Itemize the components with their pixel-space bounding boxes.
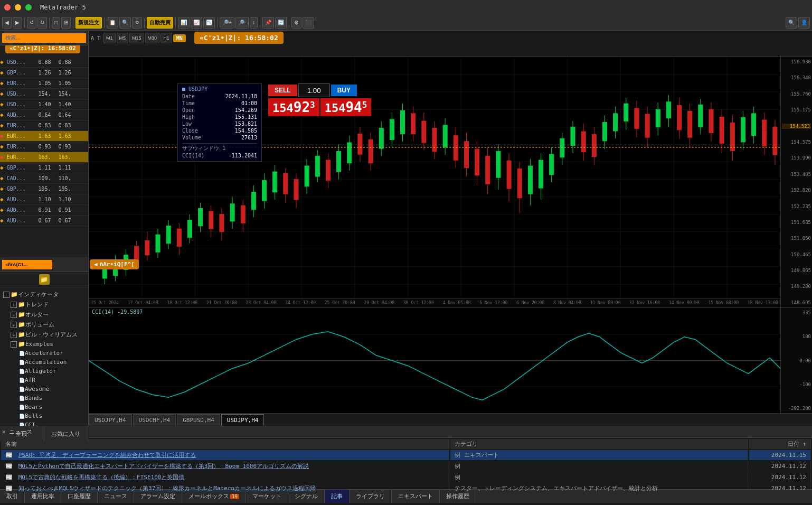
lot-size-input[interactable] bbox=[298, 83, 330, 97]
tree-item-alligator[interactable]: 📄 Alligator bbox=[2, 367, 86, 376]
symbol-name: USD... bbox=[5, 59, 31, 65]
stab-signal[interactable]: シグナル bbox=[288, 490, 325, 503]
maximize-button[interactable] bbox=[25, 4, 32, 11]
tab-gbpusd-h4[interactable]: GBPUSD,H4 bbox=[177, 414, 220, 426]
list-item[interactable]: ◆ AUD... 0.91 0.91 bbox=[0, 205, 88, 216]
toolbar-rotate[interactable]: 🔄 bbox=[275, 17, 287, 29]
stab-market[interactable]: マーケット bbox=[246, 490, 288, 503]
new-order-button[interactable]: 新規注文 bbox=[75, 17, 102, 29]
list-item[interactable]: ◆ GBP... 1.26 1.26 bbox=[0, 68, 88, 78]
toolbar-grid[interactable]: ⊞ bbox=[61, 17, 71, 29]
buy-button[interactable]: BUY bbox=[331, 85, 357, 96]
tab-usdchf-h4[interactable]: USDCHF,H4 bbox=[133, 414, 176, 426]
toolbar-theme[interactable]: ⬛ bbox=[303, 17, 314, 29]
list-item[interactable]: ◆ EUR... 163. 163. bbox=[0, 152, 88, 163]
tab-usdjpy-h4-1[interactable]: USDJPY,H4 bbox=[89, 414, 132, 426]
chart-btn-m5[interactable]: M5 bbox=[117, 33, 129, 43]
news-title-text[interactable]: MQL5で古典的な戦略を再構築する（後編）：FTSE100と英国債 bbox=[18, 474, 185, 481]
toolbar-up[interactable]: 📈 bbox=[191, 17, 202, 29]
svg-rect-122 bbox=[613, 114, 618, 131]
list-item[interactable]: ◆ USD... 154. 154. bbox=[0, 89, 88, 99]
toolbar-config[interactable]: ⚙ bbox=[291, 17, 301, 29]
market-watch-search[interactable] bbox=[2, 33, 86, 43]
tree-item-volume[interactable]: + 📁 ボリューム bbox=[2, 320, 86, 330]
buy-price-small: 94 bbox=[345, 99, 362, 115]
toolbar-down[interactable]: 📉 bbox=[203, 17, 215, 29]
time-label: 15 Oct 2024 bbox=[91, 301, 119, 305]
cci-sub-chart[interactable]: CCI(14) -29.5807 335 100 bbox=[89, 307, 812, 413]
list-item[interactable]: ◆ AUD... 1.10 1.10 bbox=[0, 194, 88, 205]
toolbar-search2[interactable]: 🔍 bbox=[786, 17, 797, 29]
tree-item-bands[interactable]: 📄 Bands bbox=[2, 394, 86, 403]
list-item[interactable]: ◆ EUR... 0.83 0.83 bbox=[0, 120, 88, 131]
folder-icon: 📁 bbox=[18, 341, 25, 348]
toolbar-user[interactable]: 👤 bbox=[798, 17, 810, 29]
stab-account-history[interactable]: 口座履歴 bbox=[61, 490, 98, 503]
stab-news[interactable]: ニュース bbox=[98, 490, 134, 503]
navigator-search[interactable] bbox=[2, 260, 52, 269]
chart-btn-h1[interactable]: H1 bbox=[160, 33, 172, 43]
list-item[interactable]: ◆ GBP... 1.11 1.11 bbox=[0, 163, 88, 173]
minimize-button[interactable] bbox=[15, 4, 21, 11]
tree-item-atr[interactable]: 📄 ATR bbox=[2, 376, 86, 385]
tree-item-accelerator[interactable]: 📄 Accelerator bbox=[2, 349, 86, 358]
tree-item-williams[interactable]: + 📁 ビル・ウィリアムス bbox=[2, 330, 86, 340]
sell-button[interactable]: SELL bbox=[268, 85, 297, 96]
stab-library[interactable]: ライブラリ bbox=[350, 490, 392, 503]
toolbar-copy[interactable]: 📋 bbox=[107, 17, 118, 29]
auto-trade-button[interactable]: 自動売買 bbox=[147, 17, 173, 29]
table-row[interactable]: 📰 MQL5とPythonで自己最適化エキスパートアドバイザーを構築する（第3回… bbox=[1, 461, 811, 471]
toolbar-pin[interactable]: 📌 bbox=[262, 17, 274, 29]
tree-item-bears[interactable]: 📄 Bears bbox=[2, 403, 86, 412]
news-title-cell[interactable]: 📰 PSAR: 平均足、ディープラーニングを組み合わせて取引に活用する bbox=[1, 450, 449, 460]
stab-mailbox[interactable]: メールボックス 19 bbox=[182, 490, 246, 503]
list-item[interactable]: ◆ AUD... 0.64 0.64 bbox=[0, 110, 88, 120]
toolbar-stop[interactable]: ↻ bbox=[37, 17, 47, 29]
list-item[interactable]: ◆ USD... 0.88 0.88 bbox=[0, 57, 88, 68]
toolbar-chart2[interactable]: 📊 bbox=[178, 17, 190, 29]
toolbar-zoom-in[interactable]: 🔎+ bbox=[220, 17, 234, 29]
tree-item-examples[interactable]: - 📁 Examples bbox=[2, 340, 86, 349]
list-item[interactable]: ◆ EUR... 1.05 1.05 bbox=[0, 78, 88, 89]
toolbar-back[interactable]: ◀ bbox=[2, 17, 12, 29]
news-title-text[interactable]: MQL5とPythonで自己最適化エキスパートアドバイザーを構築する（第3回）：… bbox=[18, 463, 309, 470]
list-item[interactable]: ◆ EUR... 0.93 0.93 bbox=[0, 142, 88, 152]
stab-article[interactable]: 記事 bbox=[325, 490, 350, 503]
list-item[interactable]: ◆ GBP... 195. 195. bbox=[0, 184, 88, 194]
chart-btn-m15[interactable]: M15 bbox=[129, 33, 144, 43]
tree-root-indicators[interactable]: - 📁 インディケータ bbox=[2, 289, 86, 300]
news-title-cell[interactable]: 📰 MQL5で古典的な戦略を再構築する（後編）：FTSE100と英国債 bbox=[1, 472, 449, 482]
toolbar-chart[interactable]: □ bbox=[52, 17, 60, 29]
news-title-cell[interactable]: 📰 MQL5とPythonで自己最適化エキスパートアドバイザーを構築する（第3回… bbox=[1, 461, 449, 471]
tree-item-cci[interactable]: 📄 CCI bbox=[2, 420, 86, 426]
toolbar-forward[interactable]: ▶ bbox=[13, 17, 22, 29]
nav-tab-favorites[interactable]: お気に入り bbox=[44, 426, 89, 442]
toolbar-fit[interactable]: ↕ bbox=[250, 17, 258, 29]
tree-item-trend[interactable]: + 📁 トレンド bbox=[2, 300, 86, 310]
news-close-icon[interactable]: ✕ bbox=[2, 428, 6, 435]
list-item[interactable]: ◆ AUD... 0.67 0.67 bbox=[0, 216, 88, 226]
list-item[interactable]: ◆ USD... 1.40 1.40 bbox=[0, 99, 88, 110]
news-title-text[interactable]: PSAR: 平均足、ディープラーニングを組み合わせて取引に活用する bbox=[18, 452, 196, 459]
tree-item-awesome[interactable]: 📄 Awesome bbox=[2, 385, 86, 394]
stab-alarm[interactable]: アラーム設定 bbox=[134, 490, 182, 503]
stab-trade[interactable]: 取引 bbox=[0, 490, 25, 503]
table-row[interactable]: 📰 PSAR: 平均足、ディープラーニングを組み合わせて取引に活用する 例 エキ… bbox=[1, 450, 811, 460]
stab-expert[interactable]: エキスパート bbox=[392, 490, 440, 503]
stab-operation-history[interactable]: 操作履歴 bbox=[440, 490, 476, 503]
list-item[interactable]: ◆ EUR... 1.63 1.63 bbox=[0, 131, 88, 142]
tree-item-bulls[interactable]: 📄 Bulls bbox=[2, 412, 86, 420]
tab-usdjpy-h4-2[interactable]: USDJPY,H4 bbox=[221, 414, 265, 426]
list-item[interactable]: ◆ CAD... 109. 110. bbox=[0, 173, 88, 184]
tree-item-oscillator[interactable]: + 📁 オルター bbox=[2, 310, 86, 320]
stab-ratio[interactable]: 運用比率 bbox=[25, 490, 61, 503]
toolbar-settings[interactable]: ⚙ bbox=[132, 17, 142, 29]
tree-item-accumulation[interactable]: 📄 Accumulation bbox=[2, 358, 86, 367]
chart-btn-m30[interactable]: M30 bbox=[145, 33, 160, 43]
close-button[interactable] bbox=[4, 4, 11, 11]
table-row[interactable]: 📰 MQL5で古典的な戦略を再構築する（後編）：FTSE100と英国債 例 20… bbox=[1, 472, 811, 482]
toolbar-refresh[interactable]: ↺ bbox=[27, 17, 36, 29]
toolbar-zoom-out[interactable]: 🔎- bbox=[235, 17, 249, 29]
chart-btn-m1[interactable]: M1 bbox=[103, 33, 116, 43]
toolbar-search[interactable]: 🔍 bbox=[119, 17, 131, 29]
